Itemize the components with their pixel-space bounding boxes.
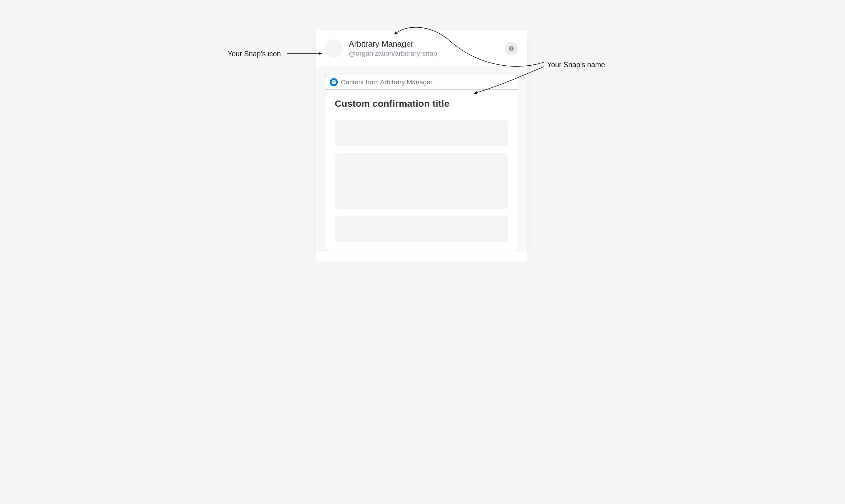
content-placeholder [335, 216, 508, 242]
annotation-icon-label: Your Snap's icon [228, 50, 281, 58]
svg-rect-2 [511, 48, 512, 50]
panel-header: Arbitrary Manager @organization/arbitrar… [316, 31, 527, 66]
card-content: Custom confirmation title [325, 90, 518, 251]
diagram-stage: Arbitrary Manager @organization/arbitrar… [203, 0, 642, 261]
snap-panel: Arbitrary Manager @organization/arbitrar… [316, 31, 527, 261]
svg-point-1 [511, 47, 512, 48]
snap-title: Arbitrary Manager [349, 39, 504, 49]
header-text-block: Arbitrary Manager @organization/arbitrar… [349, 39, 504, 57]
info-button[interactable] [504, 42, 518, 55]
content-placeholder [335, 153, 508, 209]
annotation-name-label: Your Snap's name [547, 61, 605, 69]
snap-subtitle: @organization/arbitrary-snap [349, 50, 504, 57]
info-icon [509, 46, 514, 51]
card-strip-text: Content from Arbitrary Manager [341, 78, 432, 86]
panel-body: Content from Arbitrary Manager Custom co… [316, 66, 527, 251]
cube-icon [330, 78, 338, 86]
content-placeholder [335, 120, 508, 146]
card-title: Custom confirmation title [335, 98, 508, 109]
content-card: Content from Arbitrary Manager Custom co… [325, 75, 518, 251]
card-strip: Content from Arbitrary Manager [325, 75, 518, 90]
snap-icon-placeholder [325, 39, 343, 57]
